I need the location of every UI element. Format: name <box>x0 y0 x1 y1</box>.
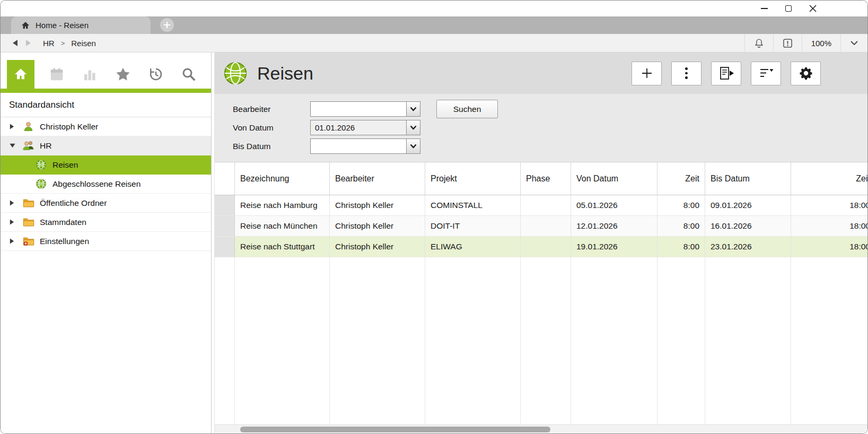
globe-icon <box>223 61 248 85</box>
cell-bearbeiter: Christoph Keller <box>330 237 425 257</box>
close-icon <box>809 5 817 12</box>
sort-view-button[interactable] <box>751 62 781 85</box>
tree-item-einstellungen[interactable]: Einstellungen <box>1 232 211 251</box>
cell-projekt: DOIT-IT <box>425 216 521 237</box>
forward-button[interactable] <box>22 34 36 52</box>
tree-item-label: Stammdaten <box>40 218 86 227</box>
tree-item-reisen[interactable]: Reisen <box>1 155 211 175</box>
filter-row-bearbeiter: Bearbeiter Suchen <box>215 101 867 117</box>
cell-bearbeiter: Christoph Keller <box>330 195 425 216</box>
tree-item-label: Einstellungen <box>40 237 89 246</box>
collapse-arrow-icon[interactable] <box>9 143 22 149</box>
column-header-phase[interactable]: Phase <box>521 162 571 195</box>
person-icon <box>22 120 35 133</box>
column-header-bearbeiter[interactable]: Bearbeiter <box>330 162 425 195</box>
cell-zeit-von: 8:00 <box>657 195 705 216</box>
column-header-von-datum[interactable]: Von Datum <box>571 162 657 195</box>
maximize-button[interactable] <box>776 1 801 16</box>
dropdown-button[interactable] <box>406 102 420 116</box>
table-row[interactable]: Reise nach München Christoph Keller DOIT… <box>215 216 867 237</box>
new-tab-button[interactable] <box>160 18 174 32</box>
zoom-menu-button[interactable] <box>840 34 867 52</box>
search-button[interactable]: Suchen <box>436 100 498 118</box>
expand-arrow-icon[interactable] <box>9 199 22 206</box>
row-handle[interactable] <box>215 195 235 216</box>
more-options-button[interactable] <box>671 62 702 85</box>
dropdown-button[interactable] <box>406 120 420 135</box>
zoom-level[interactable]: 100% <box>802 34 840 52</box>
kebab-icon <box>685 67 688 79</box>
bearbeiter-dropdown[interactable] <box>310 101 420 117</box>
tree-item-label: HR <box>40 141 51 151</box>
column-header-projekt[interactable]: Projekt <box>425 162 521 195</box>
back-button[interactable] <box>8 34 22 52</box>
chevron-down-icon <box>850 40 858 46</box>
globe-icon <box>34 178 48 190</box>
sidebar-tab-home[interactable] <box>7 60 34 89</box>
report-export-button[interactable] <box>711 62 741 85</box>
chevron-down-icon <box>410 107 417 111</box>
calendar-icon <box>49 66 65 82</box>
window-titlebar <box>1 1 867 16</box>
column-header-zeit-von[interactable]: Zeit <box>657 162 705 195</box>
cell-bezeichnung: Reise nach Stuttgart <box>235 237 330 257</box>
table-row-selected[interactable]: Reise nach Stuttgart Christoph Keller EL… <box>215 237 867 257</box>
back-icon <box>12 39 18 47</box>
tree-item-hr[interactable]: HR <box>1 136 211 155</box>
breadcrumb-reisen[interactable]: Reisen <box>71 39 96 48</box>
expand-arrow-icon[interactable] <box>9 123 22 130</box>
minimize-button[interactable] <box>752 1 776 16</box>
sidebar-tab-charts[interactable] <box>79 60 100 89</box>
notifications-button[interactable] <box>744 34 773 52</box>
scrollbar-thumb[interactable] <box>240 427 550 432</box>
tree-item-label: Christoph Keller <box>40 122 98 132</box>
bis-datum-label: Bis Datum <box>215 142 310 151</box>
tree-item-stammdaten[interactable]: Stammdaten <box>1 213 211 232</box>
row-handle[interactable] <box>215 216 235 237</box>
header-actions <box>632 62 821 85</box>
tree-item-abgeschlossene-reisen[interactable]: Abgeschlossene Reisen <box>1 175 211 194</box>
sidebar-tab-history[interactable] <box>145 60 166 89</box>
sidebar-tab-calendar[interactable] <box>46 60 67 89</box>
tree-item-oeffentliche-ordner[interactable]: Öffentliche Ordner <box>1 194 211 213</box>
table-empty-area <box>215 257 867 424</box>
dropdown-button[interactable] <box>406 139 420 153</box>
cell-bis-datum: 16.01.2026 <box>705 216 791 237</box>
header-handle-cell <box>215 162 235 195</box>
empty-cell <box>791 257 867 424</box>
warning-icon <box>783 38 793 48</box>
settings-button[interactable] <box>791 62 821 85</box>
row-handle[interactable] <box>215 237 235 257</box>
tab-home-reisen[interactable]: Home - Reisen <box>11 16 151 34</box>
table-header-row: Bezeichnung Bearbeiter Projekt Phase Von… <box>215 162 867 195</box>
cell-bezeichnung: Reise nach Hamburg <box>235 195 330 216</box>
group-icon <box>22 140 35 152</box>
sidebar-tab-search[interactable] <box>178 60 199 89</box>
column-header-bezeichnung[interactable]: Bezeichnung <box>235 162 330 195</box>
add-button[interactable] <box>632 62 662 85</box>
bis-datum-dropdown[interactable] <box>310 138 420 154</box>
column-header-zeit-bis[interactable]: Zeit <box>791 162 867 195</box>
breadcrumb-hr[interactable]: HR <box>43 39 55 48</box>
expand-arrow-icon[interactable] <box>9 238 22 245</box>
folder-settings-icon <box>22 235 35 247</box>
empty-cell <box>705 257 791 424</box>
bell-icon <box>754 38 764 48</box>
empty-cell <box>235 257 330 424</box>
chevron-down-icon <box>410 125 417 130</box>
accent-bar <box>1 89 211 93</box>
expand-arrow-icon[interactable] <box>9 219 22 225</box>
filter-row-von-datum: Von Datum 01.01.2026 <box>215 120 867 135</box>
empty-cell <box>571 257 657 424</box>
sidebar-toolbar <box>1 53 211 89</box>
tree-item-label: Öffentliche Ordner <box>40 198 107 208</box>
table-row[interactable]: Reise nach Hamburg Christoph Keller COMI… <box>215 195 867 216</box>
alerts-button[interactable] <box>773 34 802 52</box>
horizontal-scrollbar[interactable] <box>215 424 867 433</box>
close-button[interactable] <box>801 1 825 16</box>
sidebar-tab-favorites[interactable] <box>112 60 134 89</box>
tree-item-christoph-keller[interactable]: Christoph Keller <box>1 117 211 136</box>
cell-zeit-von: 8:00 <box>657 237 705 257</box>
von-datum-dropdown[interactable]: 01.01.2026 <box>310 120 420 135</box>
column-header-bis-datum[interactable]: Bis Datum <box>705 162 791 195</box>
